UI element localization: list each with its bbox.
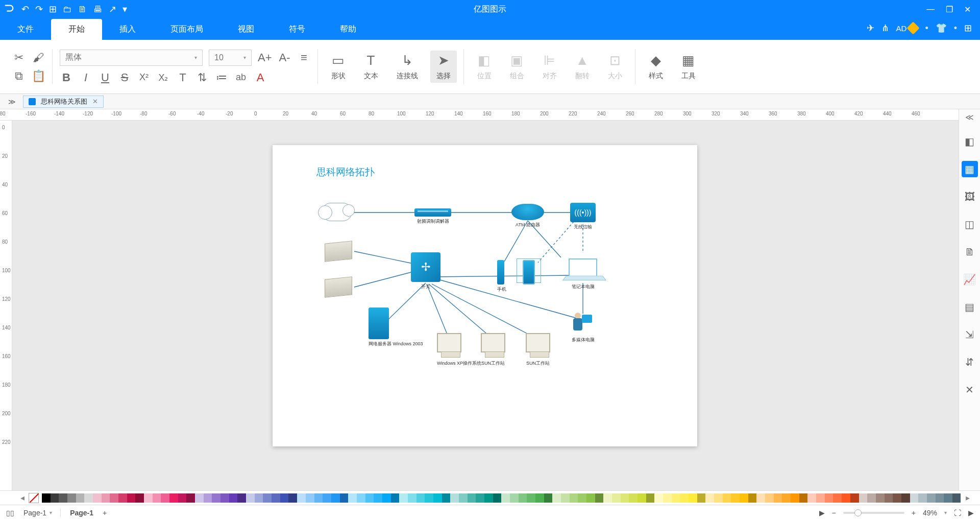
color-swatch[interactable] — [825, 493, 834, 503]
color-swatch[interactable] — [391, 493, 400, 503]
color-swatch[interactable] — [493, 493, 502, 503]
color-swatch[interactable] — [161, 493, 169, 503]
color-swatch[interactable] — [680, 493, 689, 503]
tab-insert[interactable]: 插入 — [102, 19, 153, 40]
canvas[interactable]: 思科网络拓扑 — [12, 121, 959, 490]
send-icon[interactable]: ✈ — [867, 22, 874, 34]
add-page-button[interactable]: + — [103, 509, 107, 517]
color-swatch[interactable] — [178, 493, 187, 503]
color-swatch[interactable] — [186, 493, 195, 503]
color-swatch[interactable] — [365, 493, 374, 503]
connector-button[interactable]: ↳连接线 — [390, 51, 424, 83]
qat-print[interactable]: 🖶 — [93, 4, 103, 15]
pages-icon[interactable]: ▯▯ — [6, 509, 14, 517]
phone-node[interactable] — [497, 260, 504, 285]
color-swatch[interactable] — [519, 493, 527, 503]
color-swatch[interactable] — [59, 493, 67, 503]
color-swatch[interactable] — [399, 493, 408, 503]
color-swatch[interactable] — [510, 493, 519, 503]
shape-button[interactable]: ▭形状 — [325, 51, 352, 83]
tab-home[interactable]: 开始 — [51, 19, 102, 40]
qat-open[interactable]: 🗀 — [63, 4, 72, 15]
color-swatch[interactable] — [382, 493, 391, 503]
color-swatch[interactable] — [408, 493, 416, 503]
window-minimize[interactable]: — — [926, 5, 935, 14]
color-swatch[interactable] — [842, 493, 850, 503]
color-swatch[interactable] — [476, 493, 484, 503]
color-swatch[interactable] — [501, 493, 510, 503]
position-button[interactable]: ◧位置 — [471, 51, 498, 83]
color-swatch[interactable] — [552, 493, 561, 503]
qat-new[interactable]: ⊞ — [49, 4, 57, 15]
color-swatch[interactable] — [263, 493, 272, 503]
color-swatch[interactable] — [357, 493, 365, 503]
color-swatch[interactable] — [867, 493, 876, 503]
text-button[interactable]: T文本 — [358, 51, 384, 83]
color-swatch[interactable] — [527, 493, 535, 503]
no-fill-swatch[interactable] — [29, 493, 39, 503]
color-swatch[interactable] — [756, 493, 765, 503]
color-swatch[interactable] — [484, 493, 493, 503]
theme-icon[interactable]: 👕 — [936, 22, 947, 34]
paste-icon[interactable]: 📋 — [32, 69, 45, 83]
color-swatch[interactable] — [323, 493, 331, 503]
align-button[interactable]: ⊫对齐 — [536, 51, 563, 83]
qat-undo[interactable]: ↶ — [21, 4, 29, 15]
qat-more[interactable]: ▾ — [122, 4, 127, 15]
color-swatch[interactable] — [638, 493, 646, 503]
color-swatch[interactable] — [936, 493, 944, 503]
text-color-icon[interactable]: T — [176, 71, 189, 84]
color-swatch[interactable] — [314, 493, 323, 503]
color-swatch[interactable] — [629, 493, 638, 503]
color-swatch[interactable] — [748, 493, 757, 503]
modem-node[interactable] — [414, 208, 451, 217]
color-swatch[interactable] — [204, 493, 212, 503]
color-swatch[interactable] — [654, 493, 663, 503]
text-align-icon[interactable]: ≡ — [298, 51, 311, 64]
color-swatch[interactable] — [876, 493, 885, 503]
superscript-icon[interactable]: X² — [137, 71, 151, 84]
color-swatch[interactable] — [135, 493, 144, 503]
window-close[interactable]: ✕ — [964, 5, 971, 14]
zoom-out-button[interactable]: − — [832, 509, 836, 517]
color-swatch[interactable] — [220, 493, 229, 503]
color-swatch[interactable] — [102, 493, 110, 503]
qat-export[interactable]: ↗ — [109, 4, 116, 15]
rside-layers-icon[interactable]: ◫ — [962, 216, 978, 232]
pc2-node[interactable] — [481, 333, 505, 352]
color-swatch[interactable] — [807, 493, 816, 503]
color-swatch[interactable] — [952, 493, 961, 503]
color-swatch[interactable] — [927, 493, 936, 503]
color-swatch[interactable] — [459, 493, 468, 503]
color-swatch[interactable] — [255, 493, 263, 503]
fit-icon[interactable]: ⛶ — [954, 509, 961, 517]
color-swatch[interactable] — [595, 493, 604, 503]
list-icon[interactable]: ≔ — [215, 71, 228, 84]
color-swatch[interactable] — [578, 493, 586, 503]
color-swatch[interactable] — [621, 493, 629, 503]
color-swatch[interactable] — [331, 493, 340, 503]
color-swatch[interactable] — [110, 493, 118, 503]
color-swatch[interactable] — [42, 493, 51, 503]
color-swatch[interactable] — [433, 493, 442, 503]
underline-icon[interactable]: U — [99, 71, 112, 84]
color-swatch[interactable] — [306, 493, 314, 503]
color-swatch[interactable] — [280, 493, 289, 503]
tab-view[interactable]: 视图 — [220, 19, 272, 40]
color-swatch[interactable] — [425, 493, 433, 503]
color-swatch[interactable] — [714, 493, 723, 503]
tools-button[interactable]: ▦工具 — [675, 51, 702, 83]
tab-page-layout[interactable]: 页面布局 — [153, 19, 220, 40]
page-select[interactable]: Page-1 — [23, 509, 46, 517]
strike-icon[interactable]: S — [118, 71, 131, 84]
color-swatch[interactable] — [603, 493, 612, 503]
rside-chart-icon[interactable]: 📈 — [962, 271, 978, 288]
font-decrease-icon[interactable]: A- — [278, 51, 291, 64]
color-swatch[interactable] — [348, 493, 357, 503]
color-swatch[interactable] — [833, 493, 842, 503]
color-swatch[interactable] — [195, 493, 204, 503]
storage2-node[interactable] — [325, 276, 352, 298]
select-button[interactable]: ➤选择 — [430, 51, 457, 83]
doctab-scroll-icon[interactable]: ≫ — [4, 98, 20, 106]
color-swatch[interactable] — [544, 493, 553, 503]
